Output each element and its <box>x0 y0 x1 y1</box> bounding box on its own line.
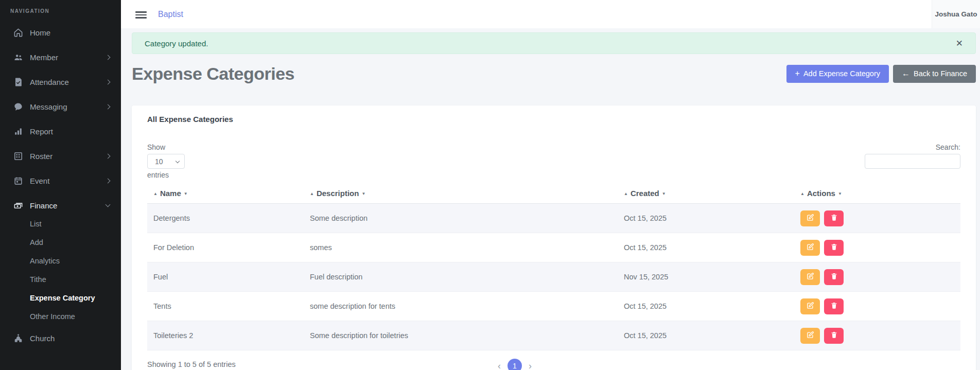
cell-actions <box>794 292 960 321</box>
sidebar: NAVIGATION Home Member Attendance <box>0 0 121 370</box>
chevron-right-icon <box>106 79 111 84</box>
calendar-icon <box>13 176 23 186</box>
sidebar-item-label: Messaging <box>30 102 106 111</box>
edit-button[interactable] <box>800 240 820 256</box>
showing-entries-text: Showing 1 to 5 of 5 entries <box>147 359 960 368</box>
sidebar-item-attendance[interactable]: Attendance <box>0 69 121 94</box>
page-title: Expense Categories <box>132 64 294 84</box>
delete-button[interactable] <box>824 298 844 314</box>
sidebar-item-label: Attendance <box>30 78 106 86</box>
cell-name: For Deletion <box>147 233 304 262</box>
table-row: Fuel Fuel description Nov 15, 2025 <box>147 262 960 292</box>
cell-created: Oct 15, 2025 <box>618 233 794 262</box>
sidebar-item-messaging[interactable]: Messaging <box>0 94 121 119</box>
pagination-page-1[interactable]: 1 <box>507 359 522 370</box>
pagination-next-button[interactable]: › <box>529 361 532 370</box>
sidebar-item-label: Event <box>30 177 106 185</box>
cell-description: somes <box>304 233 618 262</box>
cell-created: Oct 15, 2025 <box>618 321 794 350</box>
sidebar-item-finance-other-income[interactable]: Other Income <box>0 307 121 326</box>
sort-desc-icon: ▼ <box>838 191 842 196</box>
trash-icon <box>830 331 838 340</box>
search-label: Search: <box>936 143 960 151</box>
sidebar-item-label: Roster <box>30 152 106 161</box>
topbar: Baptist Joshua Gato <box>121 0 980 28</box>
sidebar-item-finance[interactable]: Finance <box>0 193 121 218</box>
column-header-created[interactable]: ▲Created▼ <box>618 183 794 204</box>
cell-created: Oct 15, 2025 <box>618 204 794 233</box>
cell-actions <box>794 233 960 262</box>
hamburger-menu-button[interactable] <box>135 9 147 19</box>
cell-description: Some description <box>304 204 618 233</box>
cell-description: Fuel description <box>304 262 618 292</box>
add-expense-category-button[interactable]: + Add Expense Category <box>786 65 889 83</box>
delete-button[interactable] <box>824 240 844 256</box>
sidebar-item-label: Home <box>30 28 110 37</box>
sidebar-item-member[interactable]: Member <box>0 45 121 69</box>
column-header-description[interactable]: ▲Description▼ <box>304 183 618 204</box>
sidebar-item-finance-expense-category[interactable]: Expense Category <box>0 289 121 307</box>
column-header-actions[interactable]: ▲Actions▼ <box>794 183 960 204</box>
plus-icon: + <box>795 69 800 78</box>
delete-button[interactable] <box>824 328 844 344</box>
expense-categories-table: ▲Name▼ ▲Description▼ ▲Created▼ ▲Actions▼… <box>147 183 960 350</box>
sort-desc-icon: ▼ <box>662 191 666 196</box>
sidebar-item-finance-tithe[interactable]: Tithe <box>0 270 121 289</box>
clipboard-check-icon <box>13 77 23 87</box>
sidebar-item-finance-analytics[interactable]: Analytics <box>0 252 121 270</box>
column-header-name[interactable]: ▲Name▼ <box>147 183 304 204</box>
sidebar-item-home[interactable]: Home <box>0 20 121 45</box>
trash-icon <box>830 272 838 281</box>
trash-icon <box>830 243 838 252</box>
close-icon[interactable]: ✕ <box>953 33 966 54</box>
finance-submenu: List Add Analytics Tithe Expense Categor… <box>0 215 121 326</box>
pagination-prev-button[interactable]: ‹ <box>498 361 501 370</box>
success-alert: Category updated. ✕ <box>132 32 976 54</box>
sidebar-section-label: NAVIGATION <box>0 0 121 14</box>
sort-asc-icon: ▲ <box>153 191 157 196</box>
sidebar-item-finance-list[interactable]: List <box>0 215 121 233</box>
cell-actions <box>794 321 960 350</box>
sidebar-item-finance-add[interactable]: Add <box>0 233 121 252</box>
home-icon <box>13 28 23 38</box>
chevron-right-icon <box>106 104 111 109</box>
table-row: Toileteries 2 Some description for toile… <box>147 321 960 350</box>
cell-actions <box>794 262 960 292</box>
sort-asc-icon: ▲ <box>800 191 804 196</box>
cell-actions <box>794 204 960 233</box>
pagination: ‹ 1 › <box>498 359 532 370</box>
edit-button[interactable] <box>800 210 820 226</box>
edit-button[interactable] <box>800 298 820 314</box>
table-footer: Showing 1 to 5 of 5 entries ‹ 1 › <box>147 359 960 370</box>
page-size-select[interactable]: 10 <box>147 154 185 169</box>
edit-button[interactable] <box>800 328 820 344</box>
cell-created: Nov 15, 2025 <box>618 262 794 292</box>
user-name: Joshua Gato <box>935 10 977 18</box>
show-label: Show <box>147 143 185 151</box>
sidebar-item-label: Member <box>30 53 106 62</box>
brand-link[interactable]: Baptist <box>158 0 183 28</box>
delete-button[interactable] <box>824 210 844 226</box>
sidebar-item-church[interactable]: Church <box>0 326 121 350</box>
user-menu[interactable]: Joshua Gato <box>932 0 980 28</box>
sidebar-item-label: Report <box>30 127 110 136</box>
edit-button[interactable] <box>800 269 820 285</box>
back-to-finance-button[interactable]: ← Back to Finance <box>893 65 976 83</box>
search-input[interactable] <box>865 154 960 169</box>
delete-button[interactable] <box>824 269 844 285</box>
sort-desc-icon: ▼ <box>361 191 365 196</box>
sidebar-item-roster[interactable]: Roster <box>0 144 121 168</box>
search-group: Search: <box>865 143 960 169</box>
sidebar-item-event[interactable]: Event <box>0 168 121 193</box>
trash-icon <box>830 302 838 311</box>
sidebar-item-label: Finance <box>30 201 106 210</box>
table-controls: Show 10 entries Search: <box>147 143 960 179</box>
sidebar-item-label: Church <box>30 334 110 343</box>
sort-asc-icon: ▲ <box>624 191 628 196</box>
sidebar-menu-bottom: Church <box>0 326 121 350</box>
sidebar-item-report[interactable]: Report <box>0 119 121 144</box>
alert-message: Category updated. <box>145 39 208 48</box>
cell-name: Toileteries 2 <box>147 321 304 350</box>
cell-description: some description for tents <box>304 292 618 321</box>
edit-icon <box>807 272 814 281</box>
